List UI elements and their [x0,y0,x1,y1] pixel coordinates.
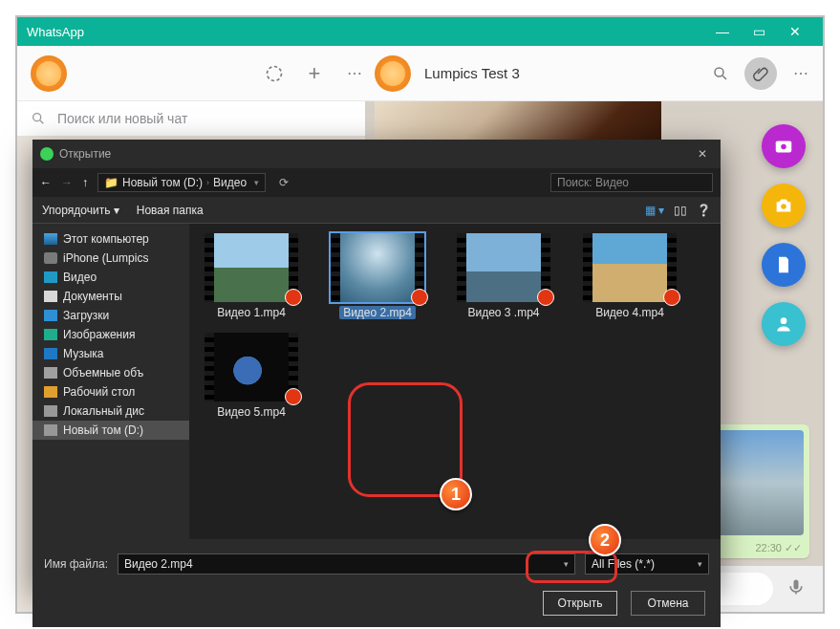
tree-item-icon [44,348,57,359]
dialog-search-input[interactable]: Поиск: Видео [550,173,713,192]
tree-item-icon [44,291,57,302]
filename-label: Имя файла: [44,557,108,571]
close-button[interactable]: ✕ [777,24,813,39]
tree-item[interactable]: Объемные объ [32,363,189,382]
path-root[interactable]: Новый том (D:) [122,176,203,189]
menu-icon[interactable]: ⋯ [344,63,365,84]
help-icon[interactable]: ❔ [697,204,711,217]
search-placeholder: Поиск или новый чат [57,111,187,126]
attach-photo-button[interactable] [762,124,806,168]
svg-rect-12 [794,580,799,590]
svg-point-6 [781,144,786,150]
tree-item-label: Объемные объ [63,366,143,380]
file-name: Видео 4.mp4 [595,306,664,319]
tree-item[interactable]: Музыка [32,344,189,363]
chat-menu-icon[interactable]: ⋯ [790,63,811,84]
tree-item-icon [44,405,57,417]
dialog-toolbar: Упорядочить ▾ Новая папка ▦ ▾ ▯▯ ❔ [32,197,721,224]
overlay-badge-icon [663,289,680,306]
file-item[interactable]: Видео 5.mp4 [197,333,306,419]
tree-item[interactable]: Новый том (D:) [32,421,189,440]
attach-contact-button[interactable] [762,302,806,346]
tree-item[interactable]: Локальный дис [32,401,189,421]
chat-search-icon[interactable] [710,63,731,84]
file-thumbnail [331,233,424,302]
filetype-filter[interactable]: All Files (*.*)▾ [585,553,709,575]
file-item[interactable]: Видео 3 .mp4 [449,233,558,319]
dialog-titlebar: Открытие ✕ [32,140,721,168]
tree-item[interactable]: Документы [32,287,189,306]
tree-item-label: Загрузки [63,309,109,322]
attach-camera-button[interactable] [762,184,806,228]
attach-document-button[interactable] [762,243,806,287]
attach-menu [762,124,806,346]
maximize-button[interactable]: ▭ [741,24,777,39]
file-thumbnail [457,233,550,302]
titlebar: WhatsApp — ▭ ✕ [17,17,823,46]
search-icon [31,111,46,126]
nav-up-icon[interactable]: ↑ [82,176,88,189]
file-name: Видео 3 .mp4 [467,306,539,319]
file-name: Видео 5.mp4 [217,405,286,419]
tree-item-label: Музыка [63,347,103,360]
open-button[interactable]: Открыть [543,591,617,616]
user-avatar[interactable] [31,55,67,92]
new-chat-icon[interactable]: + [304,63,325,84]
dialog-close-button[interactable]: ✕ [692,147,713,161]
svg-point-0 [268,66,282,80]
tree-item[interactable]: Изображения [32,325,189,344]
svg-line-4 [40,120,43,123]
tree-item-label: iPhone (Lumpics [63,251,148,265]
tree-item[interactable]: Этот компьютер [32,229,189,249]
dialog-actions: Открыть Отмена [32,589,721,627]
message-time: 22:30 ✓✓ [755,542,802,554]
overlay-badge-icon [285,388,302,405]
chat-title[interactable]: Lumpics Test 3 [424,65,520,81]
cancel-button[interactable]: Отмена [631,591,705,616]
tree-item-icon [44,424,57,436]
file-item[interactable]: Видео 4.mp4 [575,233,684,319]
filename-input[interactable]: Видео 2.mp4▾ [118,553,575,575]
organize-button[interactable]: Упорядочить ▾ [42,204,119,217]
tree-item-icon [44,329,57,340]
tree-item-icon [44,271,57,283]
tree-item-icon [44,252,57,264]
chat-avatar[interactable] [375,55,411,92]
folder-tree: Этот компьютерiPhone (LumpicsВидеоДокуме… [32,224,189,539]
path-leaf[interactable]: Видео [213,176,247,189]
chevron-down-icon[interactable]: ▾ [254,178,259,187]
new-folder-button[interactable]: Новая папка [137,204,204,217]
path-bar[interactable]: 📁 Новый том (D:) › Видео ▾ [97,173,266,192]
tree-item-icon [44,367,57,379]
mic-icon[interactable] [786,577,809,600]
tree-item[interactable]: Загрузки [32,306,189,325]
file-thumbnail [205,333,298,401]
file-item[interactable]: Видео 1.mp4 [197,233,306,319]
tree-item[interactable]: Видео [32,268,189,287]
tree-item-label: Документы [63,290,122,303]
tree-item-label: Рабочий стол [63,385,135,399]
chevron-right-icon: › [206,178,209,187]
search-row[interactable]: Поиск или новый чат [17,101,365,136]
tree-item[interactable]: iPhone (Lumpics [32,249,189,268]
dialog-search-placeholder: Поиск: Видео [557,176,629,189]
folder-icon: 📁 [104,176,118,189]
tree-item-icon [44,233,57,245]
file-item[interactable]: Видео 2.mp4 [323,233,432,319]
tree-item-label: Локальный дис [63,404,144,418]
svg-point-3 [33,114,41,121]
minimize-button[interactable]: — [704,24,741,39]
svg-point-7 [781,204,786,209]
refresh-icon[interactable]: ⟳ [279,176,289,189]
attach-button[interactable] [744,57,777,90]
svg-point-8 [781,317,787,324]
nav-forward-icon[interactable]: → [61,176,73,189]
nav-back-icon[interactable]: ← [40,176,52,189]
preview-pane-button[interactable]: ▯▯ [674,204,687,217]
status-icon[interactable] [264,63,285,84]
view-button[interactable]: ▦ ▾ [645,204,664,217]
dialog-nav: ← → ↑ 📁 Новый том (D:) › Видео ▾ ⟳ Поиск… [32,168,721,197]
window-title: WhatsApp [27,25,704,39]
tree-item[interactable]: Рабочий стол [32,382,189,401]
overlay-badge-icon [285,289,302,306]
